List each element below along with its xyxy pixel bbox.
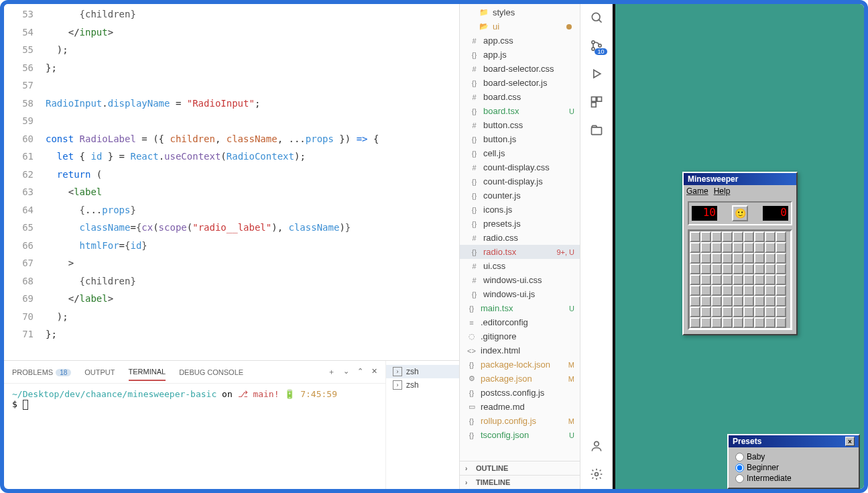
- mine-cell[interactable]: [700, 231, 711, 242]
- file-radio-tsx[interactable]: {}radio.tsx9+, U: [460, 245, 580, 259]
- smiley-reset-button[interactable]: 🙂: [732, 205, 748, 221]
- file-readme-md[interactable]: ▭readme.md: [460, 400, 580, 414]
- code-line[interactable]: 68 {children}: [4, 272, 459, 290]
- mine-cell[interactable]: [743, 307, 754, 317]
- mine-cell[interactable]: [733, 264, 743, 274]
- code-line[interactable]: 54 </input>: [4, 23, 459, 42]
- mine-cell[interactable]: [754, 264, 765, 274]
- output-tab[interactable]: OUTPUT: [84, 364, 115, 380]
- file-count-display-css[interactable]: #count-display.css: [460, 160, 580, 174]
- presets-titlebar[interactable]: Presets: [733, 437, 761, 446]
- maximize-panel-icon[interactable]: ⌃: [357, 367, 363, 377]
- mine-cell[interactable]: [700, 253, 711, 264]
- mine-cell[interactable]: [776, 231, 786, 242]
- file-ui-css[interactable]: #ui.css: [460, 259, 580, 273]
- file-board-selector-js[interactable]: {}board-selector.js: [460, 76, 580, 90]
- presets-window[interactable]: Presets × BabyBeginnerIntermediate: [727, 434, 860, 489]
- mine-cell[interactable]: [690, 317, 700, 328]
- mine-cell[interactable]: [765, 317, 776, 328]
- mine-cell[interactable]: [711, 264, 722, 274]
- code-line[interactable]: 56};: [4, 59, 459, 77]
- mine-cell[interactable]: [733, 296, 743, 307]
- code-line[interactable]: 53 {children}: [4, 5, 459, 23]
- file-windows-ui-js[interactable]: {}windows-ui.js: [460, 287, 580, 301]
- minesweeper-titlebar[interactable]: Minesweeper: [684, 173, 796, 185]
- preset-option-intermediate[interactable]: Intermediate: [735, 473, 852, 484]
- code-line[interactable]: 62 return (: [4, 166, 459, 184]
- file--editorconfig[interactable]: ≡.editorconfig: [460, 315, 580, 329]
- terminal-tab[interactable]: TERMINAL: [129, 364, 166, 381]
- mine-cell[interactable]: [776, 285, 786, 296]
- mine-cell[interactable]: [722, 274, 733, 285]
- mine-cell[interactable]: [733, 242, 743, 253]
- file-app-js[interactable]: {}app.js: [460, 48, 580, 62]
- file-main-tsx[interactable]: {}main.tsxU: [460, 301, 580, 315]
- file-app-css[interactable]: #app.css: [460, 34, 580, 48]
- mine-cell[interactable]: [700, 242, 711, 253]
- mine-cell[interactable]: [743, 274, 754, 285]
- code-line[interactable]: 70 );: [4, 308, 459, 326]
- mine-cell[interactable]: [722, 317, 733, 328]
- debug-console-tab[interactable]: DEBUG CONSOLE: [179, 364, 243, 380]
- run-debug-icon[interactable]: [588, 66, 605, 82]
- mine-cell[interactable]: [743, 285, 754, 296]
- problems-tab[interactable]: PROBLEMS18: [12, 364, 71, 380]
- code-line[interactable]: 63 <label: [4, 183, 459, 201]
- mine-cell[interactable]: [743, 264, 754, 274]
- mine-cell[interactable]: [743, 242, 754, 253]
- mine-cell[interactable]: [711, 242, 722, 253]
- mine-cell[interactable]: [722, 296, 733, 307]
- mine-cell[interactable]: [743, 253, 754, 264]
- preset-radio[interactable]: [735, 474, 744, 483]
- mine-cell[interactable]: [765, 253, 776, 264]
- code-line[interactable]: 59: [4, 112, 459, 130]
- mine-cell[interactable]: [722, 242, 733, 253]
- mine-cell[interactable]: [733, 307, 743, 317]
- presets-close-button[interactable]: ×: [845, 437, 855, 446]
- file-index-html[interactable]: <>index.html: [460, 343, 580, 358]
- mine-cell[interactable]: [690, 307, 700, 317]
- mine-cell[interactable]: [754, 242, 765, 253]
- mine-cell[interactable]: [711, 296, 722, 307]
- game-menu[interactable]: Game: [686, 186, 708, 196]
- mine-cell[interactable]: [776, 296, 786, 307]
- mine-cell[interactable]: [765, 296, 776, 307]
- mine-cell[interactable]: [733, 285, 743, 296]
- file-package-lock-json[interactable]: {}package-lock.jsonM: [460, 358, 580, 372]
- folder-styles[interactable]: 📁styles: [460, 5, 580, 19]
- file-rollup-config-js[interactable]: {}rollup.config.jsM: [460, 414, 580, 428]
- mine-cell[interactable]: [700, 307, 711, 317]
- mine-cell[interactable]: [722, 253, 733, 264]
- file-postcss-config-js[interactable]: {}postcss.config.js: [460, 386, 580, 400]
- mine-cell[interactable]: [690, 285, 700, 296]
- file-icons-js[interactable]: {}icons.js: [460, 203, 580, 217]
- preset-option-baby[interactable]: Baby: [735, 451, 852, 462]
- file-radio-css[interactable]: #radio.css: [460, 231, 580, 245]
- mine-cell[interactable]: [776, 317, 786, 328]
- close-panel-icon[interactable]: ✕: [371, 367, 377, 377]
- file-package-json[interactable]: ⚙package.jsonM: [460, 372, 580, 386]
- mine-cell[interactable]: [733, 317, 743, 328]
- mine-cell[interactable]: [722, 264, 733, 274]
- mine-cell[interactable]: [776, 253, 786, 264]
- file-board-css[interactable]: #board.css: [460, 90, 580, 104]
- mine-cell[interactable]: [743, 296, 754, 307]
- mine-cell[interactable]: [765, 264, 776, 274]
- mine-cell[interactable]: [754, 307, 765, 317]
- help-menu[interactable]: Help: [714, 186, 731, 196]
- mine-cell[interactable]: [690, 253, 700, 264]
- search-icon[interactable]: [588, 9, 605, 25]
- mine-cell[interactable]: [722, 285, 733, 296]
- explorer-icon[interactable]: [588, 122, 605, 138]
- split-terminal-icon[interactable]: ⌄: [343, 367, 349, 377]
- mine-cell[interactable]: [733, 231, 743, 242]
- mine-cell[interactable]: [700, 274, 711, 285]
- file-tsconfig-json[interactable]: {}tsconfig.jsonU: [460, 428, 580, 442]
- file-button-css[interactable]: #button.css: [460, 118, 580, 132]
- code-line[interactable]: 58RadioInput.displayName = "RadioInput";: [4, 95, 459, 113]
- mine-cell[interactable]: [690, 264, 700, 274]
- mine-cell[interactable]: [733, 253, 743, 264]
- mine-cell[interactable]: [690, 231, 700, 242]
- mine-cell[interactable]: [700, 296, 711, 307]
- accounts-icon[interactable]: [588, 438, 605, 454]
